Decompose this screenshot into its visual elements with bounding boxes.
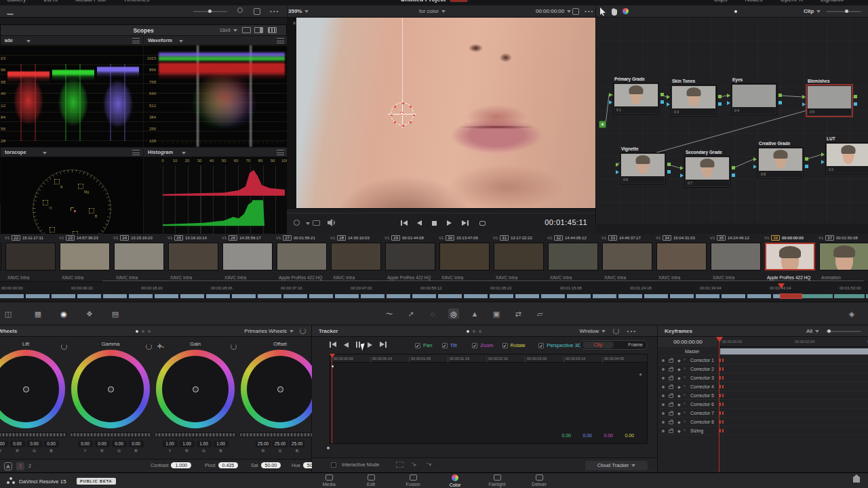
keyframes-zoom-slider[interactable] [826, 331, 861, 332]
node-key-input-port[interactable] [821, 160, 825, 164]
keyframe-palette-icon[interactable]: ◈ [846, 308, 857, 319]
tracker-center-dot[interactable] [400, 112, 403, 115]
node-output-port[interactable] [660, 93, 664, 96]
lock-icon[interactable] [669, 412, 673, 415]
viewer-image[interactable] [296, 18, 595, 208]
keyframe-diamond-icon[interactable]: ◆ [677, 428, 681, 433]
enable-dot-icon[interactable] [662, 386, 665, 388]
keyframe-diamond-icon[interactable]: ◆ [677, 375, 681, 380]
vectorscope-settings-icon[interactable] [132, 150, 140, 155]
viewer-timecode-entry[interactable]: 00:00:00:00 [536, 8, 571, 14]
clip-thumbnail[interactable] [331, 243, 381, 270]
mini-timeline[interactable]: 00:00:00:0000:00:09:1000:00:18:2000:00:2… [0, 281, 868, 302]
clip-thumbnail[interactable] [711, 243, 761, 270]
clip-31[interactable]: V13113:17:22:22XAVC Intra [492, 234, 546, 281]
node-output-port[interactable] [778, 94, 782, 97]
tracker-type-dropdown[interactable]: Cloud Tracker [585, 461, 648, 470]
node-key-input-port[interactable] [609, 100, 612, 104]
expand-chevron-icon[interactable]: › [684, 401, 686, 407]
curves-icon[interactable]: 〜 [384, 308, 395, 319]
node-input-port[interactable] [680, 166, 684, 170]
clip-33[interactable]: V13314:46:37:17XAVC Intra [600, 234, 654, 281]
wheel-value[interactable]: 1.00 [214, 441, 229, 447]
keyframe-diamond-icon[interactable]: ◆ [677, 358, 681, 363]
node-output-port[interactable] [667, 163, 671, 166]
step-back-button[interactable] [417, 220, 422, 226]
timeline-mode-dropdown[interactable]: for color [419, 8, 446, 14]
master-wheel[interactable] [0, 432, 66, 437]
param-value[interactable]: 0.435 [218, 462, 239, 468]
lock-icon[interactable] [669, 394, 673, 398]
clip-thumbnail[interactable] [385, 243, 435, 270]
keyframe-marks[interactable] [719, 420, 724, 424]
keyframe-row-corrector-7[interactable]: ◆›Corrector 7 [658, 409, 868, 418]
clip-thumbnail[interactable] [494, 243, 544, 270]
wheel-value[interactable]: 25.00 [290, 441, 304, 447]
color-wheel[interactable] [241, 350, 319, 428]
histogram-settings-icon[interactable] [277, 150, 284, 155]
node-key-output-port[interactable] [660, 100, 664, 104]
enable-dot-icon[interactable] [662, 368, 665, 371]
tab-color[interactable]: Color [435, 474, 475, 487]
node-output-port[interactable] [805, 157, 808, 161]
tracker-playhead[interactable] [332, 354, 332, 443]
clip-thumbnail[interactable] [277, 243, 327, 270]
enable-dot-icon[interactable] [662, 403, 665, 406]
node-key-output-port[interactable] [718, 102, 722, 106]
clip-32[interactable]: V13214:44:05:12XAVC Intra [546, 234, 600, 281]
wheel-value[interactable]: 0.00 [112, 441, 127, 447]
clip-thumbnail[interactable] [439, 243, 490, 270]
feature-checkbox[interactable]: ✓ [472, 343, 477, 348]
keyframes-playhead-flag[interactable] [716, 337, 723, 342]
delete-tracker-point-icon[interactable]: ⁺▾ [426, 462, 431, 468]
expand-chevron-icon[interactable]: › [684, 392, 686, 398]
feature-checkbox[interactable]: ✓ [538, 343, 544, 348]
node-input-port[interactable] [616, 163, 619, 167]
parade-header[interactable]: Parade [1, 36, 143, 45]
keyframe-marks[interactable] [719, 367, 724, 371]
tracker-handle-dot[interactable] [394, 106, 396, 108]
track-reverse-to-start-button[interactable] [330, 342, 336, 348]
clip-thumbnail[interactable] [548, 243, 598, 270]
keyframe-row-corrector-4[interactable]: ◆›Corrector 4 [658, 382, 868, 391]
source-node[interactable] [599, 121, 606, 128]
pointer-tool-icon[interactable] [599, 7, 606, 16]
enable-dot-icon[interactable] [662, 394, 665, 397]
feature-perspective-3d[interactable]: ✓Perspective 3D [538, 342, 581, 348]
expand-chevron-icon[interactable]: › [684, 383, 686, 389]
tracker-handle-dot[interactable] [402, 102, 404, 104]
tab-edit[interactable]: Edit [351, 474, 391, 487]
wheel-value[interactable]: 1.00 [163, 441, 178, 447]
frame-range-button[interactable]: Frame [628, 342, 643, 348]
feature-pan[interactable]: ✓Pan [415, 342, 432, 348]
viewer-zoom-slider[interactable] [193, 11, 227, 12]
param-value[interactable]: 50.00 [261, 462, 281, 468]
clip-28[interactable]: V12814:36:10:03XAVC Intra [329, 234, 383, 281]
node-key-input-port[interactable] [680, 174, 684, 178]
keyframe-marks[interactable] [719, 403, 724, 406]
waveform-settings-icon[interactable] [277, 38, 284, 43]
feature-zoom[interactable]: ✓Zoom [472, 342, 493, 348]
color-wheel[interactable] [156, 350, 235, 428]
color-wheel[interactable] [0, 350, 65, 428]
keyframe-row-corrector-6[interactable]: ◆›Corrector 6 [658, 400, 868, 409]
clip-25[interactable]: V12513:16:10:14XAVC Intra [166, 234, 220, 281]
master-wheel[interactable] [239, 432, 321, 437]
node-key-output-port[interactable] [667, 170, 671, 174]
clip-thumbnail[interactable] [5, 243, 56, 270]
clip-mode-dropdown[interactable]: Clip [804, 8, 821, 14]
wheel-value[interactable]: 0.00 [129, 441, 144, 447]
keyframe-diamond-icon[interactable]: ◆ [677, 393, 681, 398]
lock-icon[interactable] [669, 359, 673, 363]
expand-chevron-icon[interactable]: › [684, 357, 686, 363]
clip-26[interactable]: V12614:35:59:17XAVC Intra [220, 234, 275, 281]
enable-dot-icon[interactable] [662, 359, 665, 362]
wheels-page-1[interactable]: 1 [16, 462, 24, 470]
node-box[interactable]: 02 [825, 142, 868, 174]
clip-22[interactable]: V12215:11:17:11XAVC Intra [3, 234, 58, 281]
pause-button[interactable] [356, 342, 360, 348]
menu-openfx[interactable]: OpenFX [780, 0, 803, 3]
node-key-output-port[interactable] [805, 165, 808, 168]
track-forward-button[interactable] [368, 342, 372, 348]
add-tracker-point-icon[interactable]: ⁺▸ [411, 462, 416, 468]
